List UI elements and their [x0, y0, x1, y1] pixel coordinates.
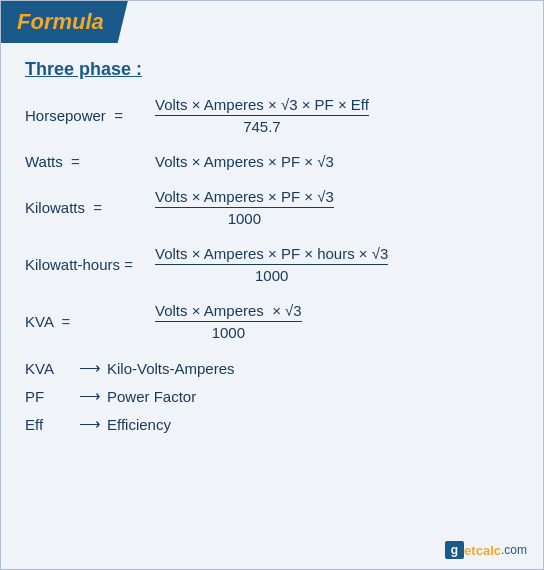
formula-hp-fraction: Volts × Amperes × √3 × PF × Eff 745.7: [155, 96, 369, 135]
legend-eff-meaning: Efficiency: [107, 416, 171, 433]
formula-hp-numerator: Volts × Amperes × √3 × PF × Eff: [155, 96, 369, 116]
section-title: Three phase :: [25, 59, 519, 80]
arrow-icon-pf: ⟶: [79, 387, 101, 405]
formula-kwh: Kilowatt-hours = Volts × Amperes × PF × …: [25, 245, 519, 284]
card-content: Three phase : Horsepower = Volts × Amper…: [1, 43, 543, 453]
brand-name: etcalc: [464, 543, 501, 558]
legend-pf-meaning: Power Factor: [107, 388, 196, 405]
formula-watts: Watts = Volts × Amperes × PF × √3: [25, 153, 519, 170]
formula-kva-fraction: Volts × Amperes × √3 1000: [155, 302, 302, 341]
arrow-icon-eff: ⟶: [79, 415, 101, 433]
formula-kw-numerator: Volts × Amperes × PF × √3: [155, 188, 334, 208]
card-title: Formula: [17, 9, 104, 34]
formula-kwh-numerator: Volts × Amperes × PF × hours × √3: [155, 245, 388, 265]
formula-kw-label: Kilowatts =: [25, 199, 155, 216]
legend-kva-abbr: KVA: [25, 360, 75, 377]
formula-kw-denominator: 1000: [228, 208, 261, 227]
formula-kva-label: KVA =: [25, 313, 155, 330]
formula-hp-denominator: 745.7: [243, 116, 281, 135]
formula-kilowatts: Kilowatts = Volts × Amperes × PF × √3 10…: [25, 188, 519, 227]
formula-card: Formula Three phase : Horsepower = Volts…: [0, 0, 544, 570]
formula-kwh-fraction: Volts × Amperes × PF × hours × √3 1000: [155, 245, 388, 284]
formula-kva: KVA = Volts × Amperes × √3 1000: [25, 302, 519, 341]
legend-eff: Eff ⟶ Efficiency: [25, 415, 519, 433]
formula-kwh-label: Kilowatt-hours =: [25, 256, 155, 273]
legend-pf-abbr: PF: [25, 388, 75, 405]
brand-icon: g: [445, 541, 464, 559]
legend-kva: KVA ⟶ Kilo-Volts-Amperes: [25, 359, 519, 377]
legend-eff-abbr: Eff: [25, 416, 75, 433]
formula-kva-numerator: Volts × Amperes × √3: [155, 302, 302, 322]
card-header: Formula: [1, 1, 128, 43]
formula-horsepower: Horsepower = Volts × Amperes × √3 × PF ×…: [25, 96, 519, 135]
brand-watermark: g etcalc .com: [445, 541, 527, 559]
formula-kva-denominator: 1000: [212, 322, 245, 341]
formula-kwh-denominator: 1000: [255, 265, 288, 284]
formula-hp-label: Horsepower =: [25, 107, 155, 124]
formula-kw-fraction: Volts × Amperes × PF × √3 1000: [155, 188, 334, 227]
legend-kva-meaning: Kilo-Volts-Amperes: [107, 360, 235, 377]
arrow-icon: ⟶: [79, 359, 101, 377]
formula-watts-label: Watts =: [25, 153, 155, 170]
formula-watts-inline: Volts × Amperes × PF × √3: [155, 153, 334, 170]
brand-domain: .com: [501, 543, 527, 557]
legend-pf: PF ⟶ Power Factor: [25, 387, 519, 405]
